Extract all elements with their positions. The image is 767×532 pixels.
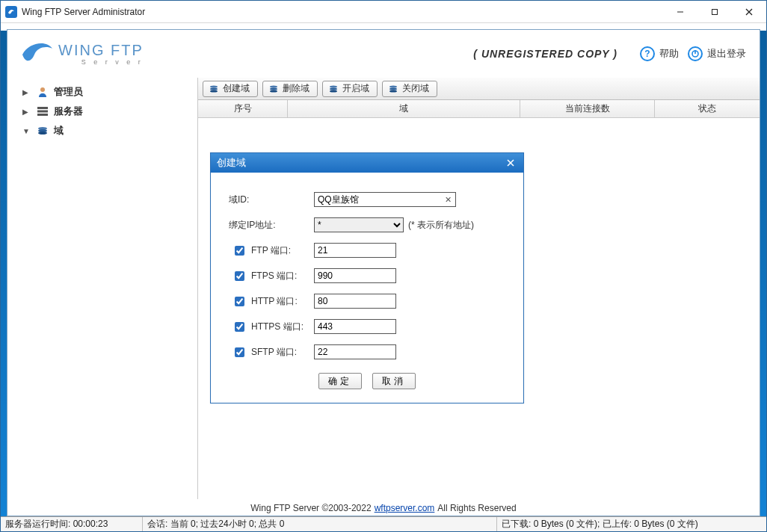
domain-stack-icon xyxy=(208,84,220,94)
bind-ip-select[interactable]: * xyxy=(314,217,404,232)
logo-text-2: S e r v e r xyxy=(58,59,144,66)
logout-label: 退出登录 xyxy=(707,47,746,61)
admin-icon xyxy=(36,86,49,98)
svg-rect-1 xyxy=(712,9,718,14)
svg-rect-9 xyxy=(37,114,48,116)
svg-point-23 xyxy=(389,87,397,90)
start-domain-button[interactable]: 开启域 xyxy=(322,81,378,97)
logo-swoosh-icon xyxy=(21,41,54,66)
expand-arrow-icon: ▶ xyxy=(22,108,30,116)
dialog-body: 域ID: ✕ 绑定IP地址: * (* 表示所有地址) xyxy=(211,173,523,403)
svg-point-18 xyxy=(270,90,277,92)
grid-col-domain[interactable]: 域 xyxy=(288,100,520,117)
https-port-checkbox[interactable] xyxy=(235,322,244,332)
toolbar-label: 关闭域 xyxy=(402,82,429,95)
maximize-button[interactable] xyxy=(697,1,732,22)
domain-id-input[interactable] xyxy=(314,192,456,207)
ftp-port-input[interactable] xyxy=(314,243,396,258)
bind-ip-label: 绑定IP地址: xyxy=(229,219,314,232)
logo-text-1: WING FTP xyxy=(58,43,144,58)
http-port-checkbox[interactable] xyxy=(235,297,244,306)
sftp-port-label: SFTP 端口: xyxy=(251,346,297,359)
grid-col-status[interactable]: 状态 xyxy=(655,100,760,117)
svg-point-15 xyxy=(210,90,218,92)
ftps-port-label: FTPS 端口: xyxy=(251,270,297,282)
logout-link[interactable]: 退出登录 xyxy=(688,46,746,61)
dialog-titlebar[interactable]: 创建域 xyxy=(211,153,523,173)
titlebar: Wing FTP Server Administrator xyxy=(1,1,766,23)
dialog-cancel-button[interactable]: 取消 xyxy=(372,373,416,389)
create-domain-dialog: 创建域 域ID: ✕ xyxy=(210,152,524,403)
svg-point-20 xyxy=(330,87,337,90)
dialog-ok-button[interactable]: 确定 xyxy=(318,373,362,389)
http-port-input[interactable] xyxy=(314,294,396,309)
footer-prefix: Wing FTP Server ©2003-2022 xyxy=(250,503,371,513)
server-icon xyxy=(36,105,49,117)
domain-id-label: 域ID: xyxy=(229,194,314,206)
footer-suffix: All Rights Reserved xyxy=(437,503,516,513)
delete-domain-button[interactable]: 删除域 xyxy=(262,81,318,97)
sftp-port-checkbox[interactable] xyxy=(235,347,244,357)
domain-stack-icon xyxy=(36,125,49,137)
sidebar-item-domain[interactable]: ▼ 域 xyxy=(7,121,197,140)
app-window: Wing FTP Server Administrator xyxy=(0,0,767,532)
grid-col-seq[interactable]: 序号 xyxy=(198,100,288,117)
clear-input-icon[interactable]: ✕ xyxy=(443,195,453,205)
unregistered-label: ( UNREGISTERED COPY ) xyxy=(473,48,617,60)
svg-point-12 xyxy=(38,132,47,134)
svg-point-21 xyxy=(330,90,337,92)
power-icon xyxy=(688,46,703,61)
expand-arrow-icon: ▼ xyxy=(22,127,30,135)
main-row: ▶ 管理员 ▶ 服务器 ▼ xyxy=(7,78,760,499)
sftp-port-input[interactable] xyxy=(314,344,396,359)
toolbar-label: 创建域 xyxy=(223,82,250,95)
svg-rect-8 xyxy=(37,111,48,113)
app-header: WING FTP S e r v e r ( UNREGISTERED COPY… xyxy=(7,30,760,78)
dialog-title: 创建域 xyxy=(217,156,504,170)
ftp-port-checkbox[interactable] xyxy=(235,246,244,256)
sidebar-item-admin[interactable]: ▶ 管理员 xyxy=(7,82,197,102)
bind-ip-hint: (* 表示所有地址) xyxy=(408,219,474,232)
toolbar-label: 删除域 xyxy=(283,82,309,95)
copyright-footer: Wing FTP Server ©2003-2022 wftpserver.co… xyxy=(7,499,760,516)
https-port-input[interactable] xyxy=(314,319,396,334)
create-domain-button[interactable]: 创建域 xyxy=(203,81,258,97)
svg-point-6 xyxy=(40,87,45,92)
close-button[interactable] xyxy=(732,1,766,22)
svg-point-22 xyxy=(389,85,397,87)
http-port-label: HTTP 端口: xyxy=(251,295,298,308)
footer-link[interactable]: wftpserver.com xyxy=(375,503,435,513)
svg-rect-7 xyxy=(37,107,48,109)
sidebar: ▶ 管理员 ▶ 服务器 ▼ xyxy=(7,78,198,499)
sidebar-item-server[interactable]: ▶ 服务器 xyxy=(7,102,197,121)
domain-grid-header: 序号 域 当前连接数 状态 xyxy=(198,100,760,118)
sidebar-item-label: 管理员 xyxy=(54,85,83,99)
domain-stack-icon xyxy=(327,84,339,94)
app-frame: WING FTP S e r v e r ( UNREGISTERED COPY… xyxy=(7,29,760,516)
logo: WING FTP S e r v e r xyxy=(21,41,144,66)
domain-toolbar: 创建域 删除域 开启域 关闭域 xyxy=(198,78,760,100)
svg-point-17 xyxy=(270,87,277,90)
help-link[interactable]: ? 帮助 xyxy=(640,46,679,61)
https-port-label: HTTPS 端口: xyxy=(251,321,304,333)
help-label: 帮助 xyxy=(659,47,679,61)
status-transfer: 已下载: 0 Bytes (0 文件); 已上传: 0 Bytes (0 文件) xyxy=(497,517,766,531)
content-area: 创建域 删除域 开启域 关闭域 xyxy=(198,78,760,499)
background-strip: WING FTP S e r v e r ( UNREGISTERED COPY… xyxy=(1,23,766,516)
help-icon: ? xyxy=(640,46,655,61)
app-icon xyxy=(5,6,17,18)
svg-point-13 xyxy=(210,85,218,87)
grid-col-connections[interactable]: 当前连接数 xyxy=(520,100,655,117)
minimize-button[interactable] xyxy=(663,1,697,22)
stop-domain-button[interactable]: 关闭域 xyxy=(382,81,437,97)
statusbar: 服务器运行时间: 00:00:23 会话: 当前 0; 过去24小时 0; 总共… xyxy=(1,516,766,531)
expand-arrow-icon: ▶ xyxy=(22,88,30,96)
ftps-port-input[interactable] xyxy=(314,268,396,283)
toolbar-label: 开启域 xyxy=(342,82,369,95)
sidebar-item-label: 域 xyxy=(54,124,64,137)
ftps-port-checkbox[interactable] xyxy=(235,271,244,281)
domain-stack-icon xyxy=(268,84,280,94)
domain-stack-icon xyxy=(387,84,399,94)
sidebar-item-label: 服务器 xyxy=(54,105,83,118)
dialog-close-button[interactable] xyxy=(504,156,517,170)
